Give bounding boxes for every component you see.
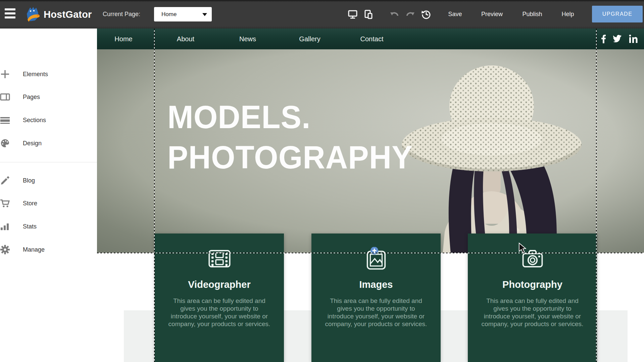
card-title: Videographer [155,279,284,290]
redo-icon[interactable] [405,9,415,19]
card-body: This area can be fully edited and gives … [324,297,428,328]
sidebar-item-pages[interactable]: Pages [0,86,97,108]
site-navbar[interactable]: Home About News Gallery Contact [97,29,644,49]
twitter-icon[interactable] [612,34,623,44]
image-plus-icon [364,247,388,270]
editor-topbar: HostGator Current Page: Home Save Previe… [0,0,644,29]
mouse-cursor [518,243,527,253]
hamburger-menu-icon[interactable] [5,8,16,20]
page-dropdown[interactable]: Home [154,7,212,21]
section-guide-bottom [97,253,644,253]
save-button[interactable]: Save [446,0,464,29]
sidebar-item-blog[interactable]: Blog [0,169,97,192]
plus-icon [0,69,10,79]
sidebar-item-elements[interactable]: Elements [0,63,97,86]
pencil-icon [0,175,10,186]
card-body: This area can be fully edited and gives … [481,297,585,328]
site-nav-contact[interactable]: Contact [360,29,384,49]
sidebar-label: Blog [23,177,35,184]
gator-icon [26,6,41,22]
card-title: Photography [468,279,597,290]
chevron-down-icon [202,13,207,16]
film-icon [208,247,231,270]
help-button[interactable]: Help [560,0,575,29]
hero-section[interactable]: MODELS. PHOTOGRAPHY [97,49,644,253]
site-canvas: Home About News Gallery Contact [97,29,644,362]
sidebar-label: Manage [23,246,45,253]
upgrade-button[interactable]: UPGRADE [592,6,643,22]
undo-icon[interactable] [390,9,400,19]
sections-icon [0,115,10,125]
card-body: This area can be fully edited and gives … [167,297,271,328]
mobile-view-icon[interactable] [363,9,374,19]
section-guide-left [154,29,155,362]
stats-icon [0,221,10,231]
hero-title-line2: PHOTOGRAPHY [167,137,413,177]
palette-icon [0,138,10,148]
sidebar-label: Sections [23,117,46,124]
sidebar-label: Elements [23,71,48,78]
hero-title[interactable]: MODELS. PHOTOGRAPHY [167,97,413,177]
sidebar-item-sections[interactable]: Sections [0,109,97,132]
desktop-view-icon[interactable] [348,9,358,19]
sidebar-item-store[interactable]: Store [0,192,97,215]
sidebar-label: Stats [23,223,37,230]
sidebar-item-stats[interactable]: Stats [0,215,97,238]
brand-name: HostGator [44,9,92,20]
publish-button[interactable]: Publish [520,0,544,29]
sidebar-label: Pages [23,94,40,101]
sidebar-label: Design [23,140,42,147]
site-nav-news[interactable]: News [239,29,256,49]
facebook-icon[interactable] [597,34,607,44]
sidebar-item-design[interactable]: Design [0,132,97,155]
linkedin-icon[interactable] [628,34,638,44]
card-title: Images [311,279,441,290]
pages-icon [0,92,10,102]
hostgator-logo: HostGator [26,6,92,23]
editor-sidebar: Elements Pages Sections Design Blog [0,29,97,362]
sidebar-divider [0,162,97,162]
site-nav-home[interactable]: Home [114,29,132,49]
site-nav-about[interactable]: About [177,29,194,49]
preview-button[interactable]: Preview [480,0,504,29]
sidebar-item-manage[interactable]: Manage [0,238,97,261]
gear-icon [0,245,10,255]
sidebar-label: Store [23,200,37,207]
section-guide-right [596,29,597,362]
site-nav-gallery[interactable]: Gallery [299,29,320,49]
history-icon[interactable] [421,9,431,19]
page-dropdown-value: Home [161,11,177,18]
cart-icon [0,198,10,208]
hero-title-line1: MODELS. [167,97,413,137]
current-page-label: Current Page: [103,0,140,29]
